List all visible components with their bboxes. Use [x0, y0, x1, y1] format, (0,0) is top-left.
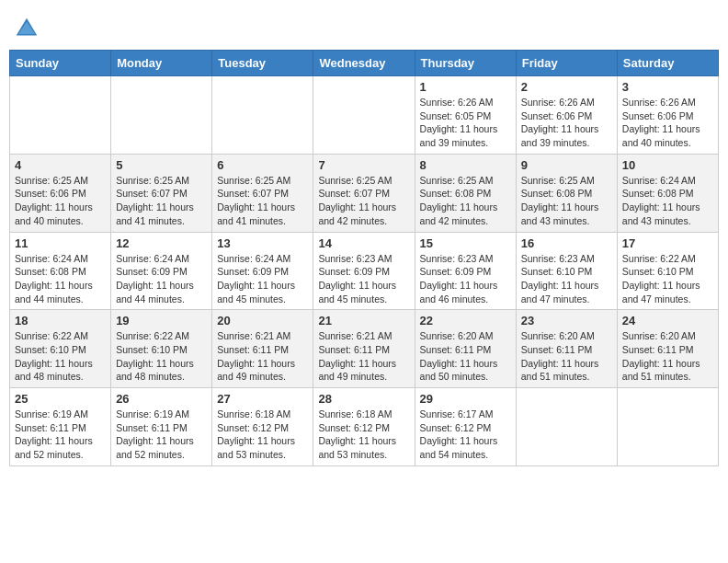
day-number: 14 — [318, 236, 409, 250]
day-info: Sunrise: 6:26 AM Sunset: 6:06 PM Dayligh… — [622, 96, 713, 150]
calendar-cell: 17Sunrise: 6:22 AM Sunset: 6:10 PM Dayli… — [617, 232, 718, 310]
calendar-cell: 23Sunrise: 6:20 AM Sunset: 6:11 PM Dayli… — [516, 310, 617, 388]
day-number: 23 — [521, 314, 612, 327]
weekday-header-friday: Friday — [516, 51, 617, 76]
week-row-1: 1Sunrise: 6:26 AM Sunset: 6:05 PM Daylig… — [10, 76, 719, 155]
calendar-cell: 25Sunrise: 6:19 AM Sunset: 6:11 PM Dayli… — [10, 388, 111, 466]
day-number: 8 — [420, 158, 511, 172]
day-number: 2 — [521, 80, 612, 94]
day-number: 4 — [15, 158, 106, 172]
weekday-header-tuesday: Tuesday — [212, 51, 313, 76]
calendar-cell: 8Sunrise: 6:25 AM Sunset: 6:08 PM Daylig… — [415, 154, 516, 232]
day-number: 6 — [217, 158, 308, 172]
weekday-header-monday: Monday — [111, 51, 212, 76]
calendar-cell: 5Sunrise: 6:25 AM Sunset: 6:07 PM Daylig… — [111, 154, 212, 232]
day-info: Sunrise: 6:19 AM Sunset: 6:11 PM Dayligh… — [116, 408, 207, 462]
day-number: 9 — [521, 158, 612, 172]
calendar-cell: 9Sunrise: 6:25 AM Sunset: 6:08 PM Daylig… — [516, 154, 617, 232]
day-number: 22 — [420, 314, 511, 327]
week-row-2: 4Sunrise: 6:25 AM Sunset: 6:06 PM Daylig… — [10, 154, 719, 232]
day-info: Sunrise: 6:21 AM Sunset: 6:11 PM Dayligh… — [217, 329, 308, 384]
calendar-cell — [313, 76, 415, 155]
day-number: 11 — [15, 236, 106, 250]
week-row-4: 18Sunrise: 6:22 AM Sunset: 6:10 PM Dayli… — [10, 310, 719, 388]
logo — [13, 9, 44, 42]
day-info: Sunrise: 6:20 AM Sunset: 6:11 PM Dayligh… — [622, 329, 713, 384]
day-info: Sunrise: 6:19 AM Sunset: 6:11 PM Dayligh… — [15, 408, 106, 462]
day-number: 24 — [622, 314, 713, 327]
day-info: Sunrise: 6:25 AM Sunset: 6:07 PM Dayligh… — [318, 174, 409, 228]
calendar-cell: 12Sunrise: 6:24 AM Sunset: 6:09 PM Dayli… — [111, 232, 212, 310]
calendar-cell: 18Sunrise: 6:22 AM Sunset: 6:10 PM Dayli… — [10, 310, 111, 388]
day-number: 12 — [116, 236, 207, 250]
day-number: 21 — [318, 314, 409, 327]
calendar-table: SundayMondayTuesdayWednesdayThursdayFrid… — [9, 50, 719, 466]
day-number: 5 — [116, 158, 207, 172]
calendar-cell: 20Sunrise: 6:21 AM Sunset: 6:11 PM Dayli… — [212, 310, 313, 388]
day-info: Sunrise: 6:25 AM Sunset: 6:07 PM Dayligh… — [217, 174, 308, 228]
day-number: 17 — [622, 236, 713, 250]
week-row-3: 11Sunrise: 6:24 AM Sunset: 6:08 PM Dayli… — [10, 232, 719, 310]
day-number: 28 — [318, 392, 409, 406]
calendar-cell: 16Sunrise: 6:23 AM Sunset: 6:10 PM Dayli… — [516, 232, 617, 310]
day-info: Sunrise: 6:26 AM Sunset: 6:05 PM Dayligh… — [420, 96, 511, 150]
page-header — [9, 9, 719, 42]
day-info: Sunrise: 6:25 AM Sunset: 6:08 PM Dayligh… — [521, 174, 612, 228]
day-info: Sunrise: 6:24 AM Sunset: 6:08 PM Dayligh… — [622, 174, 713, 228]
calendar-cell: 28Sunrise: 6:18 AM Sunset: 6:12 PM Dayli… — [313, 388, 415, 466]
weekday-header-row: SundayMondayTuesdayWednesdayThursdayFrid… — [10, 51, 719, 76]
day-info: Sunrise: 6:18 AM Sunset: 6:12 PM Dayligh… — [318, 408, 409, 462]
day-info: Sunrise: 6:24 AM Sunset: 6:08 PM Dayligh… — [15, 252, 106, 306]
day-info: Sunrise: 6:22 AM Sunset: 6:10 PM Dayligh… — [116, 329, 207, 384]
day-number: 16 — [521, 236, 612, 250]
calendar-cell: 19Sunrise: 6:22 AM Sunset: 6:10 PM Dayli… — [111, 310, 212, 388]
day-info: Sunrise: 6:24 AM Sunset: 6:09 PM Dayligh… — [217, 252, 308, 306]
day-info: Sunrise: 6:26 AM Sunset: 6:06 PM Dayligh… — [521, 96, 612, 150]
day-number: 18 — [15, 314, 106, 327]
calendar-cell: 24Sunrise: 6:20 AM Sunset: 6:11 PM Dayli… — [617, 310, 718, 388]
day-info: Sunrise: 6:25 AM Sunset: 6:06 PM Dayligh… — [15, 174, 106, 228]
calendar-cell: 26Sunrise: 6:19 AM Sunset: 6:11 PM Dayli… — [111, 388, 212, 466]
calendar-cell: 13Sunrise: 6:24 AM Sunset: 6:09 PM Dayli… — [212, 232, 313, 310]
week-row-5: 25Sunrise: 6:19 AM Sunset: 6:11 PM Dayli… — [10, 388, 719, 466]
calendar-cell: 4Sunrise: 6:25 AM Sunset: 6:06 PM Daylig… — [10, 154, 111, 232]
day-number: 7 — [318, 158, 409, 172]
calendar-cell: 11Sunrise: 6:24 AM Sunset: 6:08 PM Dayli… — [10, 232, 111, 310]
calendar-cell — [212, 76, 313, 155]
day-info: Sunrise: 6:24 AM Sunset: 6:09 PM Dayligh… — [116, 252, 207, 306]
day-number: 10 — [622, 158, 713, 172]
calendar-cell: 21Sunrise: 6:21 AM Sunset: 6:11 PM Dayli… — [313, 310, 415, 388]
day-info: Sunrise: 6:17 AM Sunset: 6:12 PM Dayligh… — [420, 408, 511, 462]
day-info: Sunrise: 6:22 AM Sunset: 6:10 PM Dayligh… — [622, 252, 713, 306]
weekday-header-wednesday: Wednesday — [313, 51, 415, 76]
calendar-cell — [617, 388, 718, 466]
calendar-cell: 3Sunrise: 6:26 AM Sunset: 6:06 PM Daylig… — [617, 76, 718, 155]
calendar-cell: 6Sunrise: 6:25 AM Sunset: 6:07 PM Daylig… — [212, 154, 313, 232]
day-info: Sunrise: 6:20 AM Sunset: 6:11 PM Dayligh… — [521, 329, 612, 384]
calendar-cell: 2Sunrise: 6:26 AM Sunset: 6:06 PM Daylig… — [516, 76, 617, 155]
day-number: 1 — [420, 80, 511, 94]
day-info: Sunrise: 6:21 AM Sunset: 6:11 PM Dayligh… — [318, 329, 409, 384]
calendar-cell: 22Sunrise: 6:20 AM Sunset: 6:11 PM Dayli… — [415, 310, 516, 388]
calendar-cell — [516, 388, 617, 466]
weekday-header-saturday: Saturday — [617, 51, 718, 76]
day-info: Sunrise: 6:23 AM Sunset: 6:09 PM Dayligh… — [318, 252, 409, 306]
weekday-header-thursday: Thursday — [415, 51, 516, 76]
day-info: Sunrise: 6:23 AM Sunset: 6:09 PM Dayligh… — [420, 252, 511, 306]
day-info: Sunrise: 6:20 AM Sunset: 6:11 PM Dayligh… — [420, 329, 511, 384]
day-number: 15 — [420, 236, 511, 250]
day-number: 25 — [15, 392, 106, 406]
day-info: Sunrise: 6:18 AM Sunset: 6:12 PM Dayligh… — [217, 408, 308, 462]
day-info: Sunrise: 6:25 AM Sunset: 6:08 PM Dayligh… — [420, 174, 511, 228]
calendar-cell: 14Sunrise: 6:23 AM Sunset: 6:09 PM Dayli… — [313, 232, 415, 310]
day-number: 19 — [116, 314, 207, 327]
day-info: Sunrise: 6:23 AM Sunset: 6:10 PM Dayligh… — [521, 252, 612, 306]
calendar-cell — [10, 76, 111, 155]
day-number: 29 — [420, 392, 511, 406]
day-number: 20 — [217, 314, 308, 327]
day-info: Sunrise: 6:22 AM Sunset: 6:10 PM Dayligh… — [15, 329, 106, 384]
calendar-cell: 7Sunrise: 6:25 AM Sunset: 6:07 PM Daylig… — [313, 154, 415, 232]
day-number: 3 — [622, 80, 713, 94]
calendar-cell: 10Sunrise: 6:24 AM Sunset: 6:08 PM Dayli… — [617, 154, 718, 232]
weekday-header-sunday: Sunday — [10, 51, 111, 76]
